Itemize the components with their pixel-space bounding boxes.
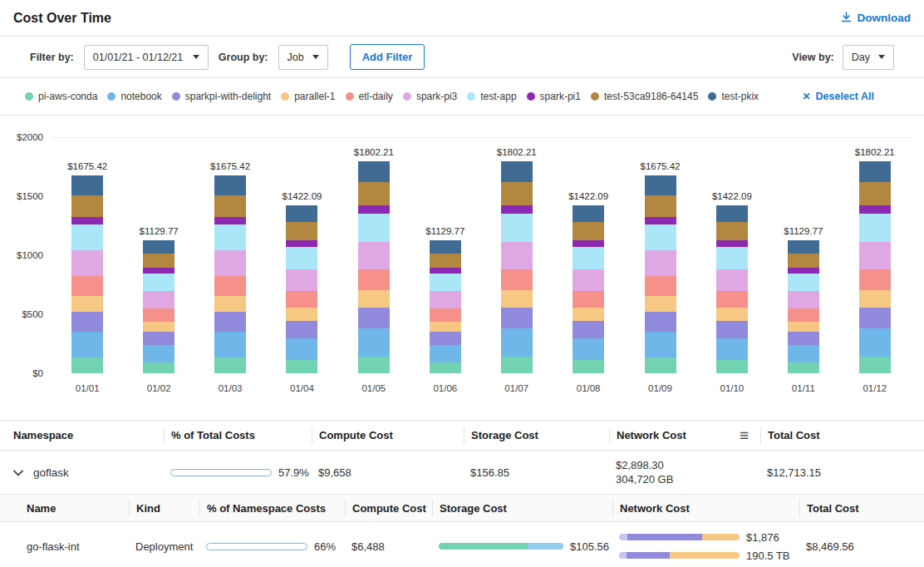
bar-group-01/04[interactable]: $1422.0901/04	[282, 191, 322, 373]
bar-segment-test-53ca9186-64145	[430, 254, 461, 269]
bar-segment-parallel-1	[143, 322, 174, 333]
inner-compute-cost-cell: $6,488	[345, 540, 432, 553]
bar-group-01/12[interactable]: $1802.2101/12	[855, 147, 895, 373]
mini-bar-segment	[670, 552, 740, 559]
bar-group-01/05[interactable]: $1802.2101/05	[354, 147, 394, 373]
legend-dot-icon	[403, 92, 411, 101]
bar-group-01/08[interactable]: $1422.0901/08	[568, 191, 608, 373]
bar-segment-test-53ca9186-64145	[501, 182, 533, 205]
bar-segment-spark-pi3	[716, 269, 748, 291]
legend-item-spark-pi3[interactable]: spark-pi3	[403, 91, 457, 102]
bar-segment-pi-aws-conda	[71, 357, 103, 373]
bar-segment-pi-aws-conda	[645, 357, 676, 373]
bar-segment-sparkpi-with-delight	[859, 308, 891, 329]
bar-segment-test-pkix	[214, 175, 246, 195]
col-kind: Kind	[129, 500, 199, 516]
bar-group-01/01[interactable]: $1675.4201/01	[67, 161, 107, 373]
bar-segment-spark-pi3	[573, 269, 604, 291]
total-cost-cell: $12,713.15	[760, 466, 911, 479]
mini-bar-segment	[627, 534, 702, 540]
bar-segment-test-app	[788, 274, 819, 291]
view-by-group: View by: Day	[792, 45, 894, 70]
bar-segment-pi-aws-conda	[286, 360, 317, 373]
workload-row-go-flask-int[interactable]: go-flask-int Deployment 66% $6,488 $105.…	[0, 522, 924, 567]
bar-segment-test-app	[71, 224, 103, 250]
legend-item-test-pkix[interactable]: test-pkix	[708, 91, 759, 102]
chevron-down-icon[interactable]	[13, 466, 23, 479]
legend-item-pi-aws-conda[interactable]: pi-aws-conda	[25, 91, 97, 102]
view-by-select[interactable]: Day	[843, 45, 894, 70]
bar-segment-test-pkix	[430, 240, 461, 254]
legend-item-sparkpi-with-delight[interactable]: sparkpi-with-delight	[172, 91, 271, 102]
bar-segment-sparkpi-with-delight	[501, 308, 533, 329]
bar-segment-test-53ca9186-64145	[71, 195, 103, 217]
bar-total-label: $1422.09	[568, 191, 608, 201]
namespace-name: goflask	[33, 466, 69, 479]
bar-segment-pi-aws-conda	[859, 357, 891, 373]
bar-segment-test-53ca9186-64145	[859, 182, 891, 205]
date-range-select[interactable]: 01/01/21 - 01/12/21	[84, 45, 209, 70]
legend-item-label: test-app	[480, 91, 516, 102]
chart-y-axis: $2000$1500$1000$500$0	[13, 137, 52, 373]
deselect-all-button[interactable]: ✕ Deselect All	[803, 91, 874, 102]
legend-item-notebook[interactable]: notebook	[107, 91, 161, 102]
date-range-value: 01/01/21 - 01/12/21	[93, 52, 183, 63]
bar-segment-parallel-1	[358, 290, 390, 307]
bar-stack	[573, 205, 604, 373]
bar-segment-etl-daily	[859, 269, 891, 291]
x-axis-label: 01/01	[76, 383, 100, 393]
group-by-select[interactable]: Job	[278, 45, 328, 70]
mini-bar-segment	[619, 534, 627, 540]
legend-item-parallel-1[interactable]: parallel-1	[281, 91, 335, 102]
legend-dot-icon	[281, 92, 289, 101]
col-name: Name	[27, 500, 129, 516]
bar-segment-test-app	[573, 247, 604, 269]
legend-item-etl-daily[interactable]: etl-daily	[346, 91, 393, 102]
namespace-row-goflask[interactable]: goflask 57.9% $9,658 $156.85 $2,898.30 3…	[0, 451, 924, 494]
mini-bar-segment	[627, 552, 670, 559]
inner-storage-cost-value: $105.56	[570, 540, 609, 553]
bar-segment-notebook	[573, 338, 604, 360]
bar-stack	[214, 175, 246, 373]
bar-group-01/03[interactable]: $1675.4201/03	[210, 161, 250, 373]
legend-item-test-app[interactable]: test-app	[467, 91, 516, 102]
bar-total-label: $1422.09	[282, 191, 322, 201]
legend-items: pi-aws-condanotebooksparkpi-with-delight…	[25, 91, 759, 102]
legend-item-spark-pi1[interactable]: spark-pi1	[527, 91, 581, 102]
legend-item-label: test-53ca9186-64145	[604, 91, 698, 102]
bar-segment-test-53ca9186-64145	[716, 222, 748, 240]
bar-segment-spark-pi1	[573, 240, 604, 247]
inner-network-cost-value: $1,876	[746, 531, 779, 544]
bar-group-01/02[interactable]: $1129.7701/02	[140, 226, 179, 373]
y-axis-tick: $0	[32, 368, 43, 378]
bar-segment-test-pkix	[358, 161, 390, 183]
page-title: Cost Over Time	[13, 11, 111, 26]
bar-group-01/10[interactable]: $1422.0901/10	[712, 191, 752, 373]
chevron-down-icon	[312, 55, 319, 59]
col-network-cost-label: Network Cost	[617, 429, 686, 441]
legend-item-label: spark-pi1	[540, 91, 581, 102]
x-axis-label: 01/10	[720, 383, 744, 393]
download-button[interactable]: Download	[840, 11, 912, 26]
mini-bar-segment	[528, 543, 564, 550]
bar-group-01/07[interactable]: $1802.2101/07	[497, 147, 537, 373]
bar-segment-etl-daily	[645, 276, 676, 296]
inner-table-header-row: Name Kind % of Namespace Costs Compute C…	[0, 494, 924, 522]
bar-segment-spark-pi3	[788, 291, 819, 308]
legend-item-test-53ca9186-64145[interactable]: test-53ca9186-64145	[591, 91, 698, 102]
mini-bar-segment	[702, 534, 740, 540]
bar-segment-test-pkix	[716, 205, 748, 222]
namespace-cell[interactable]: goflask	[13, 466, 164, 479]
bar-total-label: $1802.21	[354, 147, 394, 157]
add-filter-button[interactable]: Add Filter	[350, 44, 425, 70]
x-axis-label: 01/12	[863, 383, 887, 393]
bar-group-01/11[interactable]: $1129.7701/11	[784, 226, 823, 373]
group-by-label: Group by:	[219, 52, 268, 63]
bar-group-01/09[interactable]: $1675.4201/09	[641, 161, 681, 373]
column-menu-icon[interactable]: ≡	[740, 427, 749, 443]
bar-group-01/06[interactable]: $1129.7701/06	[425, 226, 464, 373]
bar-segment-spark-pi3	[430, 291, 461, 308]
filter-by-label: Filter by:	[30, 52, 74, 63]
network-cost-cell: $2,898.30 304,720 GB	[609, 458, 760, 486]
download-label: Download	[858, 12, 912, 24]
